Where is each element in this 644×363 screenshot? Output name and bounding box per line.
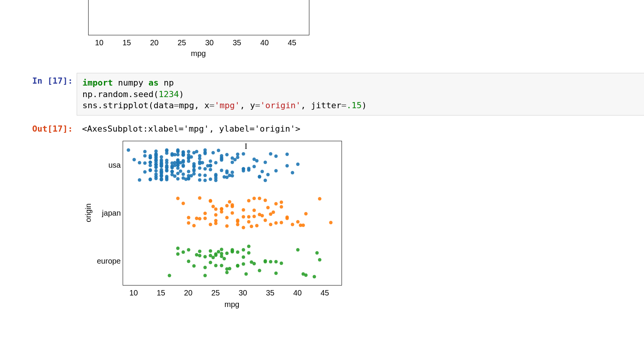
data-point bbox=[217, 148, 220, 152]
data-point bbox=[274, 271, 278, 275]
data-point bbox=[192, 224, 196, 228]
data-point bbox=[181, 202, 185, 205]
code-editor[interactable]: import numpy as np np.random.seed(1234) … bbox=[77, 73, 644, 116]
data-point bbox=[296, 162, 300, 166]
data-point bbox=[242, 248, 245, 251]
data-point bbox=[250, 225, 253, 228]
data-point bbox=[220, 248, 223, 251]
data-point bbox=[179, 169, 182, 173]
data-point bbox=[149, 168, 152, 172]
xtick-label: 20 bbox=[184, 289, 192, 297]
data-point bbox=[304, 273, 308, 277]
data-point bbox=[176, 252, 179, 256]
data-point bbox=[192, 169, 196, 172]
data-point bbox=[176, 196, 179, 200]
data-point bbox=[203, 212, 207, 215]
data-point bbox=[154, 175, 158, 178]
data-point bbox=[187, 216, 191, 219]
data-point bbox=[203, 178, 207, 182]
data-point bbox=[263, 219, 267, 222]
data-point bbox=[225, 204, 228, 207]
data-point bbox=[149, 154, 152, 158]
data-point bbox=[198, 217, 201, 221]
data-point bbox=[285, 217, 289, 220]
data-point bbox=[138, 178, 141, 182]
prev-xtick: 15 bbox=[123, 38, 131, 47]
data-point bbox=[127, 148, 130, 152]
data-point bbox=[253, 165, 256, 168]
data-point bbox=[165, 177, 169, 180]
data-point bbox=[187, 150, 191, 153]
data-point bbox=[261, 170, 264, 173]
data-point bbox=[225, 216, 228, 219]
data-point bbox=[225, 153, 228, 156]
prev-xtick: 40 bbox=[260, 38, 269, 47]
data-point bbox=[143, 170, 147, 174]
data-point bbox=[209, 159, 212, 163]
data-point bbox=[220, 252, 223, 256]
data-point bbox=[187, 221, 191, 224]
prev-xtick: 35 bbox=[233, 38, 241, 47]
data-point bbox=[187, 248, 191, 252]
data-point bbox=[247, 220, 250, 223]
data-point bbox=[198, 249, 201, 253]
data-point bbox=[258, 197, 261, 200]
data-point bbox=[181, 153, 185, 156]
prev-xlabel: mpg bbox=[88, 49, 309, 58]
data-point bbox=[269, 260, 272, 264]
data-point bbox=[214, 173, 218, 177]
plot-area: I bbox=[123, 141, 342, 285]
data-point bbox=[198, 157, 201, 160]
data-point bbox=[220, 154, 223, 158]
data-point bbox=[203, 255, 207, 259]
data-point bbox=[209, 177, 212, 181]
data-point bbox=[228, 200, 231, 203]
prev-xtick: 45 bbox=[288, 38, 296, 47]
data-point bbox=[231, 250, 234, 253]
data-point bbox=[154, 149, 158, 153]
data-point bbox=[244, 272, 248, 276]
data-point bbox=[285, 152, 289, 156]
data-point bbox=[203, 274, 207, 277]
data-point bbox=[274, 154, 278, 158]
ylabel: origin bbox=[84, 141, 92, 285]
data-point bbox=[253, 209, 256, 212]
data-point bbox=[209, 164, 212, 168]
ytick-label: usa bbox=[96, 160, 121, 169]
prev-xtick: 30 bbox=[205, 38, 214, 47]
data-point bbox=[269, 223, 272, 226]
data-point bbox=[159, 159, 163, 163]
ytick-label: europe bbox=[96, 256, 121, 265]
data-point bbox=[176, 177, 179, 180]
data-point bbox=[236, 218, 240, 222]
data-point bbox=[280, 205, 283, 209]
data-point bbox=[258, 175, 261, 178]
xtick-label: 30 bbox=[238, 289, 247, 297]
data-point bbox=[247, 251, 250, 255]
data-point bbox=[209, 223, 212, 226]
data-point bbox=[198, 166, 201, 170]
data-point bbox=[318, 197, 322, 200]
data-point bbox=[171, 170, 174, 173]
data-point bbox=[329, 221, 332, 224]
data-point bbox=[200, 161, 204, 165]
data-point bbox=[176, 150, 179, 153]
data-point bbox=[143, 150, 147, 153]
data-point bbox=[195, 150, 199, 153]
data-point bbox=[228, 267, 231, 271]
data-point bbox=[315, 251, 319, 254]
data-point bbox=[231, 161, 234, 164]
data-point bbox=[220, 168, 223, 172]
xtick-label: 10 bbox=[129, 289, 138, 297]
data-point bbox=[149, 163, 152, 167]
output-cell: Out[17]: <AxesSubplot:xlabel='mpg', ylab… bbox=[0, 121, 644, 135]
data-point bbox=[165, 149, 169, 153]
xtick-label: 25 bbox=[211, 289, 220, 297]
data-point bbox=[203, 167, 207, 170]
data-point bbox=[181, 172, 185, 176]
data-point bbox=[296, 248, 300, 252]
data-point bbox=[263, 199, 267, 202]
text-cursor-icon: I bbox=[245, 141, 247, 151]
data-point bbox=[263, 178, 267, 182]
data-point bbox=[187, 170, 191, 173]
